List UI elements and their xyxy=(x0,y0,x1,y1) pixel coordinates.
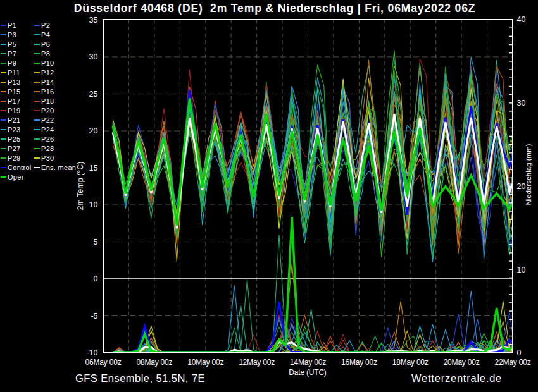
svg-text:0: 0 xyxy=(517,348,522,357)
svg-text:P16: P16 xyxy=(41,88,54,95)
svg-text:GFS Ensemble, 51.5N, 7E: GFS Ensemble, 51.5N, 7E xyxy=(75,372,205,384)
svg-text:2m Temp (°C): 2m Temp (°C) xyxy=(76,161,85,210)
svg-text:P19: P19 xyxy=(8,107,20,114)
svg-text:P26: P26 xyxy=(41,135,54,143)
svg-text:P4: P4 xyxy=(41,31,50,39)
svg-text:22May 00z: 22May 00z xyxy=(495,358,531,367)
svg-text:Ens. mean: Ens. mean xyxy=(41,164,76,171)
svg-text:P2: P2 xyxy=(41,21,50,29)
svg-text:P14: P14 xyxy=(41,78,54,86)
svg-text:P28: P28 xyxy=(41,145,54,152)
svg-text:10: 10 xyxy=(89,200,98,209)
svg-text:12May 00z: 12May 00z xyxy=(239,358,275,367)
svg-text:P6: P6 xyxy=(41,40,50,48)
svg-text:P13: P13 xyxy=(8,78,20,86)
svg-text:20May 00z: 20May 00z xyxy=(444,358,480,367)
svg-text:06May 00z: 06May 00z xyxy=(85,358,122,367)
svg-text:P12: P12 xyxy=(41,69,54,77)
svg-text:Niederschlag (mm): Niederschlag (mm) xyxy=(525,144,532,205)
svg-text:Oper: Oper xyxy=(8,173,24,181)
svg-text:P3: P3 xyxy=(8,31,16,39)
svg-text:10May 00z: 10May 00z xyxy=(187,358,223,367)
svg-text:Wetterzentrale.de: Wetterzentrale.de xyxy=(411,372,502,384)
svg-text:5: 5 xyxy=(94,238,98,247)
svg-text:P24: P24 xyxy=(41,126,54,133)
svg-text:16May 00z: 16May 00z xyxy=(341,358,377,367)
svg-text:25: 25 xyxy=(89,90,98,99)
svg-text:P21: P21 xyxy=(8,116,20,124)
svg-text:15: 15 xyxy=(89,164,98,173)
svg-text:P10: P10 xyxy=(41,59,54,67)
svg-text:P9: P9 xyxy=(8,59,16,67)
svg-text:P1: P1 xyxy=(8,21,16,29)
svg-text:-10: -10 xyxy=(86,348,97,357)
svg-text:10: 10 xyxy=(517,266,526,274)
svg-text:14May 00z: 14May 00z xyxy=(290,358,326,367)
svg-text:P5: P5 xyxy=(8,40,16,48)
svg-text:18May 00z: 18May 00z xyxy=(392,358,429,367)
svg-text:Control: Control xyxy=(8,164,32,171)
svg-text:40: 40 xyxy=(517,15,526,24)
svg-text:P30: P30 xyxy=(41,154,54,162)
svg-text:P11: P11 xyxy=(8,69,20,77)
svg-text:35: 35 xyxy=(89,16,98,25)
svg-text:P20: P20 xyxy=(41,107,54,114)
svg-text:P18: P18 xyxy=(41,97,54,105)
svg-text:30: 30 xyxy=(517,99,526,107)
svg-text:P25: P25 xyxy=(8,135,20,143)
svg-text:30: 30 xyxy=(89,52,98,61)
svg-text:P27: P27 xyxy=(8,145,20,152)
svg-text:Date (UTC): Date (UTC) xyxy=(289,368,327,377)
svg-text:08May 00z: 08May 00z xyxy=(136,358,172,367)
svg-text:0: 0 xyxy=(94,274,98,283)
svg-text:P7: P7 xyxy=(8,50,16,58)
svg-text:P17: P17 xyxy=(8,97,20,105)
svg-text:P15: P15 xyxy=(8,88,20,95)
svg-text:-5: -5 xyxy=(91,312,97,321)
svg-text:P22: P22 xyxy=(41,116,54,124)
svg-text:Düsseldorf 40468 (DE) 2m Temp: Düsseldorf 40468 (DE) 2m Temp & Niedersc… xyxy=(74,2,476,15)
svg-text:P23: P23 xyxy=(8,126,20,133)
svg-text:P8: P8 xyxy=(41,50,50,58)
svg-text:20: 20 xyxy=(89,126,98,135)
svg-text:P29: P29 xyxy=(8,154,20,162)
